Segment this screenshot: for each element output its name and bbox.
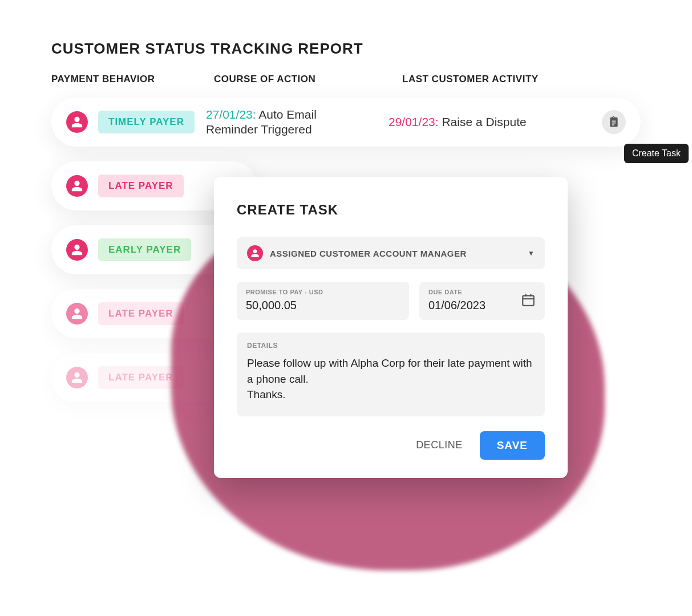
person-icon bbox=[247, 245, 263, 261]
col-payment-behavior: PAYMENT BEHAVIOR bbox=[51, 74, 191, 85]
person-icon bbox=[66, 367, 88, 388]
clipboard-icon bbox=[608, 116, 620, 128]
details-text: Please follow up with Alpha Corp for the… bbox=[247, 355, 535, 403]
person-icon bbox=[66, 303, 88, 325]
create-task-button[interactable] bbox=[602, 110, 626, 134]
col-last-activity: LAST CUSTOMER ACTIVITY bbox=[402, 74, 573, 85]
calendar-icon[interactable] bbox=[521, 293, 536, 310]
modal-title: CREATE TASK bbox=[237, 202, 545, 218]
person-icon bbox=[66, 239, 88, 261]
details-input[interactable]: DETAILS Please follow up with Alpha Corp… bbox=[237, 333, 545, 416]
details-label: DETAILS bbox=[247, 342, 535, 350]
amount-label: PROMISE TO PAY - USD bbox=[246, 289, 400, 295]
due-date-label: DUE DATE bbox=[428, 289, 536, 295]
person-icon bbox=[66, 111, 88, 133]
column-headers: PAYMENT BEHAVIOR COURSE OF ACTION LAST C… bbox=[51, 74, 641, 85]
col-course-of-action: COURSE OF ACTION bbox=[214, 74, 379, 85]
assignee-dropdown[interactable]: ASSIGNED CUSTOMER ACCOUNT MANAGER ▼ bbox=[237, 237, 545, 269]
status-badge: EARLY PAYER bbox=[98, 238, 191, 261]
decline-button[interactable]: DECLINE bbox=[416, 439, 463, 451]
chevron-down-icon: ▼ bbox=[528, 249, 535, 257]
assignee-label: ASSIGNED CUSTOMER ACCOUNT MANAGER bbox=[270, 249, 528, 258]
person-icon bbox=[66, 175, 88, 197]
customer-row[interactable]: TIMELY PAYER 27/01/23: Auto Email Remind… bbox=[51, 98, 641, 147]
report-title: CUSTOMER STATUS TRACKING REPORT bbox=[51, 40, 641, 58]
status-badge: LATE PAYER bbox=[98, 175, 184, 197]
activity-cell: 29/01/23: Raise a Dispute bbox=[389, 115, 560, 129]
create-task-modal: CREATE TASK ASSIGNED CUSTOMER ACCOUNT MA… bbox=[214, 177, 568, 478]
due-date-input[interactable]: DUE DATE 01/06/2023 bbox=[419, 282, 545, 320]
create-task-tooltip: Create Task bbox=[624, 144, 689, 163]
due-date-value: 01/06/2023 bbox=[428, 299, 536, 312]
save-button[interactable]: SAVE bbox=[480, 431, 545, 460]
status-badge: TIMELY PAYER bbox=[98, 111, 195, 133]
status-badge: LATE PAYER bbox=[98, 302, 184, 325]
action-cell: 27/01/23: Auto Email Reminder Triggered bbox=[206, 107, 371, 137]
amount-input[interactable]: PROMISE TO PAY - USD 50,000.05 bbox=[237, 282, 409, 320]
amount-value: 50,000.05 bbox=[246, 299, 400, 312]
